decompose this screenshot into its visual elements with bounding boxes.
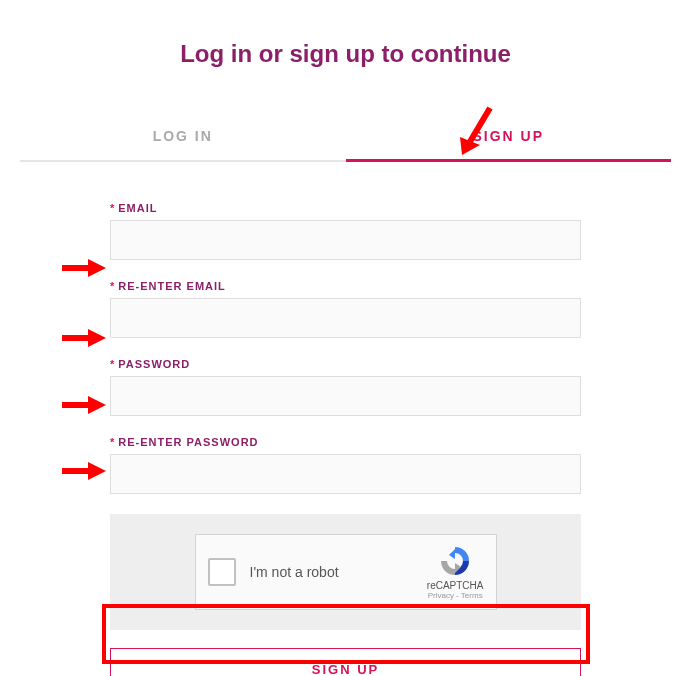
recaptcha-brand-text: reCAPTCHA [427, 580, 484, 591]
reemail-group: *RE-ENTER EMAIL [110, 280, 581, 338]
reemail-label: *RE-ENTER EMAIL [110, 280, 581, 292]
captcha-container: I'm not a robot reCAPTCHA Privacy - Term… [110, 514, 581, 630]
password-label: *PASSWORD [110, 358, 581, 370]
recaptcha-label: I'm not a robot [250, 564, 427, 580]
recaptcha-icon [439, 545, 471, 577]
repassword-label: *RE-ENTER PASSWORD [110, 436, 581, 448]
tab-signup[interactable]: SIGN UP [346, 113, 672, 162]
tab-login[interactable]: LOG IN [20, 113, 346, 162]
email-label: *EMAIL [110, 202, 581, 214]
recaptcha-widget[interactable]: I'm not a robot reCAPTCHA Privacy - Term… [195, 534, 497, 610]
recaptcha-checkbox[interactable] [208, 558, 236, 586]
email-group: *EMAIL [110, 202, 581, 260]
password-group: *PASSWORD [110, 358, 581, 416]
recaptcha-branding: reCAPTCHA Privacy - Terms [427, 545, 484, 600]
recaptcha-privacy-link[interactable]: Privacy [428, 591, 454, 600]
password-field[interactable] [110, 376, 581, 416]
repassword-group: *RE-ENTER PASSWORD [110, 436, 581, 494]
auth-tabs: LOG IN SIGN UP [20, 113, 671, 162]
repassword-field[interactable] [110, 454, 581, 494]
signup-form: *EMAIL *RE-ENTER EMAIL *PASSWORD *RE-ENT… [0, 162, 691, 676]
signup-button[interactable]: SIGN UP [110, 648, 581, 676]
recaptcha-terms-link[interactable]: Terms [461, 591, 483, 600]
page-title: Log in or sign up to continue [0, 0, 691, 113]
reemail-field[interactable] [110, 298, 581, 338]
email-field[interactable] [110, 220, 581, 260]
recaptcha-terms: Privacy - Terms [428, 591, 483, 600]
